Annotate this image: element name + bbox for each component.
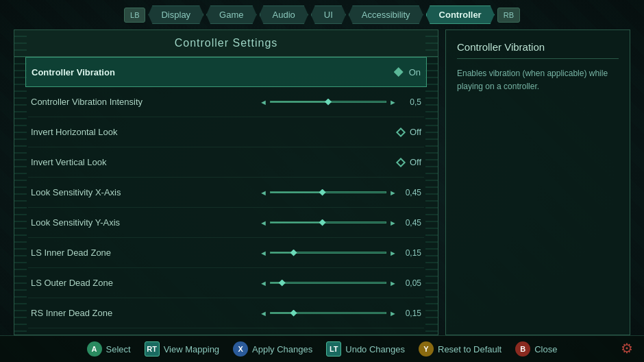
setting-control-sensitivity-x: ◄ ► 0,45 bbox=[195, 188, 421, 197]
right-bumper[interactable]: RB bbox=[497, 8, 520, 23]
setting-control-rs-inner: ◄ ► 0,15 bbox=[195, 309, 421, 318]
slider-bar-sx bbox=[270, 191, 386, 193]
action-select[interactable]: A Select bbox=[87, 341, 131, 357]
toggle-invert-horizontal: Off bbox=[397, 127, 421, 137]
right-panel: Controller Vibration Enables vibration (… bbox=[445, 29, 630, 335]
main-content: Controller Settings Controller Vibration… bbox=[0, 29, 644, 335]
setting-row-vibration-intensity[interactable]: Controller Vibration Intensity ◄ ► bbox=[28, 87, 424, 117]
slider-fill-rsi bbox=[271, 313, 294, 313]
setting-label-vibration-intensity: Controller Vibration Intensity bbox=[31, 97, 195, 107]
tab-ui[interactable]: UI bbox=[311, 5, 346, 24]
slider-arrow-right-sy: ► bbox=[389, 219, 397, 227]
left-bumper[interactable]: LB bbox=[124, 8, 145, 23]
setting-control-invert-horizontal: Off bbox=[195, 127, 421, 137]
select-label: Select bbox=[106, 344, 131, 354]
slider-value-vibration-intensity: 0,5 bbox=[401, 97, 421, 107]
setting-label-ls-inner: LS Inner Dead Zone bbox=[31, 248, 195, 258]
toggle-controller-vibration: On bbox=[394, 67, 421, 77]
view-mapping-badge: RT bbox=[145, 341, 160, 357]
setting-row-controller-vibration[interactable]: Controller Vibration On bbox=[25, 57, 427, 87]
view-mapping-label: View Mapping bbox=[164, 344, 219, 354]
info-title: Controller Vibration bbox=[457, 41, 619, 59]
slider-thumb bbox=[325, 99, 332, 106]
setting-control-sensitivity-y: ◄ ► 0,45 bbox=[195, 218, 421, 228]
tab-controller[interactable]: Controller bbox=[426, 5, 495, 24]
slider-fill bbox=[271, 101, 328, 102]
slider-arrow-right: ► bbox=[389, 98, 397, 106]
slider-thumb-sy bbox=[319, 219, 326, 226]
left-panel: Controller Settings Controller Vibration… bbox=[14, 29, 438, 335]
setting-control-ls-outer: ◄ ► 0,05 bbox=[195, 278, 421, 288]
action-reset-default[interactable]: Y Reset to Default bbox=[419, 341, 501, 357]
playstation-icon: ⚙ bbox=[621, 340, 633, 357]
slider-track: ◄ ► bbox=[260, 97, 397, 107]
toggle-invert-vertical: Off bbox=[397, 157, 421, 167]
close-badge: B bbox=[515, 341, 530, 357]
slider-vibration-intensity[interactable]: ◄ ► 0,5 bbox=[260, 97, 421, 107]
slider-arrow-left-sy: ◄ bbox=[260, 219, 267, 227]
slider-arrow-right-rsi: ► bbox=[389, 309, 397, 317]
action-apply-changes[interactable]: X Apply Changes bbox=[233, 341, 312, 357]
slider-bar-sy bbox=[270, 221, 386, 224]
slider-fill-lsi bbox=[271, 252, 294, 253]
setting-row-ls-outer[interactable]: LS Outer Dead Zone ◄ ► 0,05 bbox=[28, 268, 424, 298]
slider-sensitivity-x[interactable]: ◄ ► 0,45 bbox=[260, 188, 421, 197]
setting-row-sensitivity-x[interactable]: Look Sensitivity X-Axis ◄ ► bbox=[28, 178, 424, 208]
setting-control-invert-vertical: Off bbox=[195, 157, 421, 167]
slider-thumb-lsi bbox=[290, 250, 297, 256]
slider-arrow-left: ◄ bbox=[260, 98, 267, 106]
select-badge: A bbox=[87, 341, 102, 357]
setting-row-invert-horizontal[interactable]: Invert Horizontal Look Off bbox=[28, 117, 424, 147]
slider-arrow-left-lsi: ◄ bbox=[260, 249, 267, 257]
setting-row-invert-vertical[interactable]: Invert Vertical Look Off bbox=[28, 147, 424, 178]
screen: LB Display Game Audio UI Accessibility C… bbox=[0, 0, 644, 362]
setting-row-sensitivity-y[interactable]: Look Sensitivity Y-Axis ◄ ► bbox=[28, 208, 424, 238]
panel-title: Controller Settings bbox=[14, 30, 438, 57]
setting-label-ls-outer: LS Outer Dead Zone bbox=[31, 278, 195, 288]
invert-horizontal-value: Off bbox=[410, 127, 421, 137]
setting-label-sensitivity-x: Look Sensitivity X-Axis bbox=[31, 187, 195, 197]
apply-changes-label: Apply Changes bbox=[252, 344, 312, 354]
slider-arrow-right-lso: ► bbox=[389, 279, 397, 287]
slider-arrow-left-sx: ◄ bbox=[260, 189, 267, 197]
tab-audio[interactable]: Audio bbox=[260, 5, 308, 24]
setting-label-controller-vibration: Controller Vibration bbox=[32, 67, 196, 77]
slider-ls-inner[interactable]: ◄ ► 0,15 bbox=[260, 248, 421, 258]
slider-thumb-lso bbox=[279, 280, 286, 287]
slider-thumb-sx bbox=[319, 189, 326, 196]
slider-track-sx: ◄ ► bbox=[260, 188, 397, 197]
diamond-icon bbox=[394, 67, 404, 77]
top-nav: LB Display Game Audio UI Accessibility C… bbox=[0, 0, 644, 29]
setting-row-rs-inner[interactable]: RS Inner Dead Zone ◄ ► 0,15 bbox=[28, 298, 424, 328]
action-undo-changes[interactable]: LT Undo Changes bbox=[326, 341, 405, 357]
slider-track-lso: ◄ ► bbox=[260, 278, 397, 288]
setting-control-controller-vibration: On bbox=[196, 67, 421, 77]
slider-rs-inner[interactable]: ◄ ► 0,15 bbox=[260, 309, 421, 318]
reset-default-label: Reset to Default bbox=[438, 344, 501, 354]
slider-fill-sx bbox=[271, 192, 323, 193]
slider-track-sy: ◄ ► bbox=[260, 218, 397, 228]
slider-ls-outer[interactable]: ◄ ► 0,05 bbox=[260, 278, 421, 288]
setting-label-invert-vertical: Invert Vertical Look bbox=[31, 157, 195, 167]
settings-list[interactable]: Controller Vibration On Controller Vibra… bbox=[14, 57, 438, 335]
slider-sensitivity-y[interactable]: ◄ ► 0,45 bbox=[260, 218, 421, 228]
slider-track-rsi: ◄ ► bbox=[260, 309, 397, 318]
tab-game[interactable]: Game bbox=[206, 5, 256, 24]
vibration-value: On bbox=[409, 67, 421, 77]
info-description: Enables vibration (when applicable) whil… bbox=[457, 67, 619, 93]
action-close[interactable]: B Close bbox=[515, 341, 557, 357]
setting-label-invert-horizontal: Invert Horizontal Look bbox=[31, 127, 195, 137]
action-view-mapping[interactable]: RT View Mapping bbox=[145, 341, 219, 357]
setting-row-rs-outer[interactable]: RS Outer Dead Zone ◄ ► 0,05 bbox=[28, 328, 424, 335]
setting-row-ls-inner[interactable]: LS Inner Dead Zone ◄ ► 0,15 bbox=[28, 238, 424, 268]
setting-control-vibration-intensity: ◄ ► 0,5 bbox=[195, 97, 421, 107]
tab-display[interactable]: Display bbox=[148, 5, 203, 24]
slider-arrow-left-rsi: ◄ bbox=[260, 309, 267, 317]
tab-accessibility[interactable]: Accessibility bbox=[349, 5, 423, 24]
slider-value-ls-inner: 0,15 bbox=[401, 248, 421, 258]
close-label: Close bbox=[534, 344, 557, 354]
slider-value-rs-inner: 0,15 bbox=[401, 309, 421, 318]
apply-changes-badge: X bbox=[233, 341, 248, 357]
slider-bar-lso bbox=[270, 282, 386, 284]
diamond-outline-icon bbox=[396, 127, 406, 136]
